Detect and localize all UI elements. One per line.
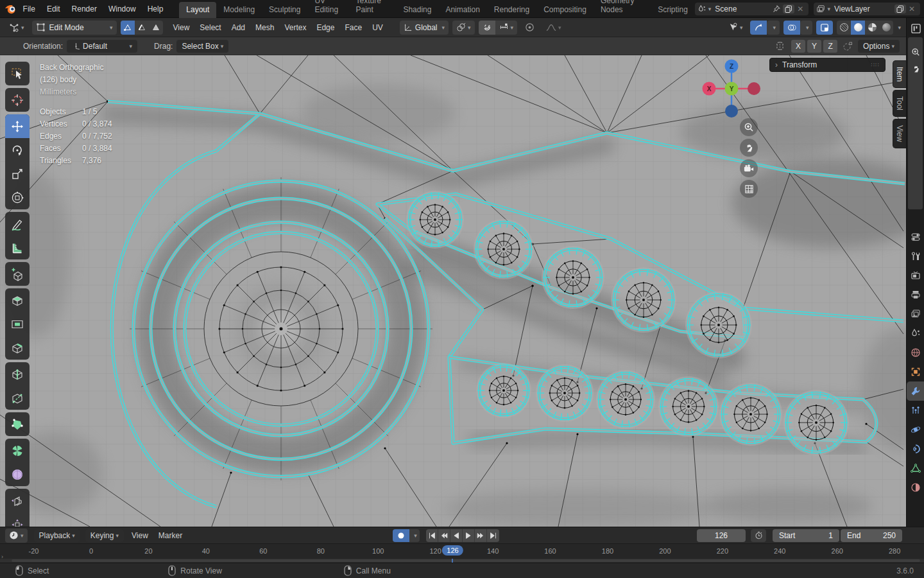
mirror-y-button[interactable]: Y — [807, 40, 821, 53]
timeline-ruler[interactable]: -200204060801001201401601802002202402602… — [0, 543, 924, 559]
transform-panel-header[interactable]: › Transform ∷∷ — [769, 58, 886, 72]
properties-tab-object[interactable] — [907, 362, 924, 381]
play-reverse-button[interactable] — [450, 529, 463, 542]
proportional-falloff-dropdown[interactable]: ▾ — [542, 21, 565, 35]
viewport-3d[interactable]: Back Orthographic (126) body Millimeters… — [0, 55, 906, 527]
zoom-view-button[interactable] — [740, 118, 758, 136]
gizmo-x-neg-axis[interactable] — [748, 82, 760, 95]
viewport-menu-view[interactable]: View — [168, 20, 195, 35]
tool-options-dropdown[interactable]: Options ▾ — [858, 40, 900, 53]
shading-dropdown[interactable]: ▾ — [898, 24, 901, 31]
properties-tab-material[interactable] — [907, 478, 924, 497]
face-select-mode[interactable] — [149, 21, 163, 35]
tool-inset-faces[interactable] — [5, 312, 30, 336]
keying-dropdown[interactable]: ▾ — [409, 529, 420, 542]
solid-shading-button[interactable] — [851, 21, 865, 35]
viewlayer-name[interactable]: ViewLayer — [830, 4, 892, 13]
scene-name[interactable]: Scene — [711, 4, 773, 13]
edge-select-mode[interactable] — [135, 21, 149, 35]
workspace-tab-shading[interactable]: Shading — [396, 2, 438, 18]
timeline-menu-marker[interactable]: Marker — [153, 529, 187, 543]
current-frame-badge[interactable]: 126 — [442, 545, 463, 556]
new-scene-button[interactable] — [783, 4, 794, 13]
tool-poly-build[interactable] — [5, 412, 30, 436]
timeline-menu-view[interactable]: View — [126, 529, 153, 543]
properties-tab-properties-editor[interactable] — [907, 227, 924, 247]
tool-extrude-region[interactable] — [5, 288, 30, 312]
sidebar-tab-view[interactable]: View — [893, 119, 906, 148]
pivot-point-dropdown[interactable]: ▾ — [452, 21, 475, 35]
tool-loop-cut[interactable] — [5, 362, 30, 386]
timeline-expander[interactable]: › — [1, 554, 3, 560]
properties-tab-render[interactable] — [907, 266, 924, 285]
properties-tab-object-constraints[interactable] — [907, 439, 924, 459]
wireframe-shading-button[interactable] — [837, 21, 851, 35]
mirror-z-button[interactable]: Z — [823, 40, 837, 53]
tool-rotate[interactable] — [5, 138, 30, 162]
tool-scale[interactable] — [5, 162, 30, 186]
tool-measure[interactable] — [5, 236, 30, 259]
viewport-menu-mesh[interactable]: Mesh — [250, 20, 279, 35]
next-keyframe-button[interactable] — [475, 529, 487, 542]
rendered-shading-button[interactable] — [879, 21, 893, 35]
playhead[interactable] — [452, 559, 453, 563]
properties-tab-world[interactable] — [907, 343, 924, 362]
menu-edit[interactable]: Edit — [41, 2, 66, 16]
tool-smooth[interactable] — [5, 462, 30, 486]
timeline-menu-playback[interactable]: Playback▾ — [34, 529, 80, 542]
visibility-dropdown[interactable]: ▾ — [724, 21, 747, 35]
tool-annotate[interactable] — [5, 212, 30, 236]
menu-file[interactable]: File — [17, 2, 41, 16]
menu-window[interactable]: Window — [103, 2, 142, 16]
tool-add-cube[interactable] — [5, 262, 30, 286]
pan-view-button[interactable] — [740, 139, 758, 157]
current-frame-field[interactable]: 126 — [697, 529, 746, 542]
frame-end-field[interactable]: End 250 — [841, 529, 902, 542]
tool-knife[interactable] — [5, 386, 30, 410]
timeline-menu-keying[interactable]: Keying▾ — [85, 529, 124, 542]
scene-selector[interactable]: ▾ Scene ✕ — [695, 3, 809, 15]
tool-cursor[interactable] — [5, 88, 30, 112]
play-button[interactable] — [463, 529, 475, 542]
tool-shrink-fatten[interactable] — [5, 512, 30, 527]
tool-orientation-dropdown[interactable]: Default ▾ — [67, 40, 137, 53]
properties-tab-view-layer[interactable] — [907, 304, 924, 324]
proportional-editing-toggle[interactable] — [521, 21, 538, 35]
properties-tab-modifiers[interactable] — [907, 381, 924, 401]
viewport-menu-edge[interactable]: Edge — [311, 20, 339, 35]
rail-zoom-icon[interactable] — [909, 45, 923, 59]
tool-transform[interactable] — [5, 186, 30, 209]
xray-toggle[interactable] — [816, 21, 833, 35]
workspace-tab-modeling[interactable]: Modeling — [216, 2, 262, 18]
material-preview-button[interactable] — [865, 21, 879, 35]
workspace-tab-compositing[interactable]: Compositing — [536, 2, 594, 18]
snap-toggle[interactable] — [479, 21, 495, 35]
workspace-tab-scripting[interactable]: Scripting — [651, 2, 695, 18]
previous-keyframe-button[interactable] — [438, 529, 450, 542]
properties-tab-tool[interactable] — [907, 247, 924, 266]
sidebar-tab-item[interactable]: Item — [893, 60, 906, 88]
use-preview-range-toggle[interactable] — [751, 529, 766, 542]
timeline-track[interactable]: › — [0, 559, 924, 563]
transform-orientation-dropdown[interactable]: Global ▾ — [400, 21, 449, 35]
properties-tab-physics[interactable] — [907, 420, 924, 439]
toggle-perspective-button[interactable] — [740, 180, 758, 198]
snap-settings-dropdown[interactable]: ▾ — [495, 21, 518, 35]
camera-view-button[interactable] — [740, 159, 758, 177]
sidebar-tab-tool[interactable]: Tool — [893, 90, 906, 117]
pin-icon[interactable] — [773, 5, 780, 13]
panel-drag-grip[interactable]: ∷∷ — [871, 62, 880, 68]
vertex-select-mode[interactable] — [121, 21, 135, 35]
viewlayer-selector[interactable]: ▾ ViewLayer ✕ — [814, 3, 920, 15]
viewport-menu-uv[interactable]: UV — [367, 20, 388, 35]
viewport-menu-face[interactable]: Face — [339, 20, 367, 35]
editor-type-button[interactable]: ▾ — [5, 21, 28, 35]
mode-dropdown[interactable]: Edit Mode ▾ — [32, 21, 117, 35]
overlays-dropdown[interactable]: ▾ — [800, 21, 813, 35]
auto-keying-toggle[interactable] — [393, 529, 409, 542]
menu-render[interactable]: Render — [66, 2, 103, 16]
viewport-menu-vertex[interactable]: Vertex — [279, 20, 311, 35]
properties-editor-type-button[interactable] — [909, 21, 923, 35]
navigation-gizmo[interactable]: Z X Y — [701, 58, 762, 119]
menu-help[interactable]: Help — [142, 2, 169, 16]
